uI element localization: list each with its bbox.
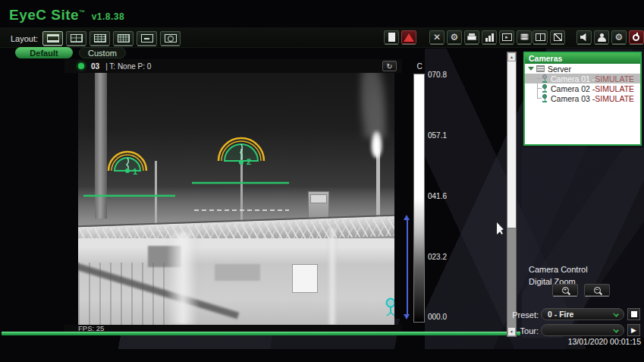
fire-detection-2: 2 (218, 138, 264, 166)
camera-name: Camera 02 - (551, 84, 595, 93)
tools-group: ✕ ⚙ ▸ (429, 30, 532, 44)
status-dot (78, 63, 84, 69)
user-button[interactable] (594, 30, 609, 44)
mouse-pointer (497, 222, 505, 235)
scale-unit-label: C (413, 62, 426, 71)
scale-tick: 070.8 (428, 71, 447, 79)
layout-buttons (42, 31, 181, 46)
camera-name: Camera 03 - (551, 94, 595, 103)
camera-number: 03 (91, 62, 99, 71)
scroll-up-icon: ▲ (510, 55, 514, 59)
scale-tick: 023.2 (428, 253, 447, 261)
tree-node-camera-02[interactable]: Camera 02 - SIMULATE (525, 83, 640, 93)
expand-triangle-icon[interactable] (528, 67, 534, 71)
print-button[interactable] (464, 30, 479, 44)
temperature-range-arrow[interactable] (404, 215, 410, 320)
app-version: v1.8.38 (92, 11, 125, 22)
detection-dot (125, 168, 130, 173)
system-group: ⚙ (576, 30, 644, 44)
layout-3x3-icon (94, 34, 106, 42)
layout-minus-button[interactable] (137, 31, 157, 46)
database-icon (520, 34, 529, 39)
video-footer (64, 325, 402, 332)
datetime-display: 13/01/2020 00:01:15 (531, 337, 641, 346)
app-title: EyeC Site (9, 7, 79, 23)
preset-dropdown[interactable]: 0 - Fire (541, 308, 624, 320)
preset-label: Preset: (507, 310, 539, 320)
layout-2x2-button[interactable] (66, 31, 86, 46)
scale-tick: 057.1 (428, 131, 447, 140)
document-icon (388, 33, 395, 42)
fire-detection-1: 1 (108, 152, 146, 176)
cyan-marker-icon (387, 299, 395, 316)
tree-node-camera-03[interactable]: Camera 03 - SIMULATE (525, 93, 640, 103)
refresh-stream-button[interactable]: ↻ (382, 61, 397, 71)
cameras-panel: Cameras Server Camera 01 - SIMULATE Came… (523, 52, 642, 146)
layout-4x4-button[interactable] (113, 31, 134, 46)
layout-1x1-icon (47, 34, 59, 42)
alarm-triangle-icon (404, 33, 414, 42)
event-log-button[interactable] (384, 30, 399, 44)
panels-button[interactable] (532, 30, 548, 44)
detection-dot (239, 160, 243, 165)
resize-button[interactable] (550, 30, 565, 44)
play-tour-button[interactable]: ▶ (627, 324, 640, 336)
statistics-button[interactable] (482, 30, 497, 44)
scroll-up-button[interactable]: ▲ (507, 52, 516, 61)
storage-button[interactable] (517, 30, 532, 44)
layout-2x2-icon (71, 34, 83, 42)
zoom-in-button[interactable]: + (552, 284, 578, 296)
alarm-button[interactable] (401, 30, 416, 44)
camera-tree: Server Camera 01 - SIMULATE Camera 02 - … (525, 64, 640, 103)
scale-tick: 000.0 (428, 313, 447, 321)
camera-name: Camera 01 - (551, 74, 595, 83)
video-header: 03 | T: None P: 0 (64, 59, 402, 73)
layout-3x3-button[interactable] (90, 31, 110, 46)
audio-button[interactable] (576, 30, 592, 44)
camera-tag: SIMULATE (595, 84, 634, 93)
temperature-colorbar (413, 74, 425, 323)
cameras-panel-title: Cameras (525, 53, 640, 64)
server-label: Server (548, 65, 571, 74)
camera-tag: SIMULATE (595, 94, 634, 103)
tab-default[interactable]: Default (15, 47, 73, 58)
thermal-video-view[interactable]: 1 2 (78, 73, 394, 325)
detection-label: 2 (247, 157, 251, 166)
play-icon: ▶ (631, 327, 636, 334)
tab-custom[interactable]: Custom (79, 47, 126, 58)
preset-value: 0 - Fire (548, 310, 573, 319)
event-group (384, 30, 416, 44)
dual-panel-icon (536, 33, 545, 41)
vertical-scrollbar[interactable]: ▲ ▼ (507, 52, 517, 337)
layout-label: Layout: (11, 34, 38, 43)
layout-minus-icon (141, 34, 153, 42)
tools-button[interactable]: ✕ (429, 30, 445, 44)
title-bar: EyeC Site™v1.8.38 (0, 0, 644, 27)
tree-node-server[interactable]: Server (525, 64, 640, 74)
layout-4x4-icon (118, 34, 130, 42)
tree-node-camera-01[interactable]: Camera 01 - SIMULATE (525, 74, 640, 83)
layout-single-button[interactable] (42, 31, 63, 46)
settings-button[interactable]: ⚙ (611, 30, 627, 44)
server-icon (536, 65, 545, 72)
power-button[interactable] (629, 30, 644, 44)
playback-button[interactable]: ▸ (499, 30, 514, 44)
scrollbar-thumb[interactable] (507, 61, 516, 228)
gear-icon: ⚙ (451, 33, 459, 42)
resize-window-icon (554, 33, 562, 41)
tour-dropdown[interactable] (541, 324, 624, 336)
detection-label: 1 (133, 167, 137, 176)
automation-button[interactable]: ⚙ (447, 30, 462, 44)
tools-icon: ✕ (433, 33, 441, 42)
stop-button[interactable] (627, 308, 640, 320)
video-info: | T: None P: 0 (105, 62, 151, 71)
camera-tag: SIMULATE (595, 74, 634, 83)
zoom-out-button[interactable]: − (584, 284, 610, 296)
progress-bar (2, 332, 520, 335)
speaker-icon (580, 33, 589, 42)
layout-sequence-button[interactable] (160, 31, 181, 46)
refresh-icon: ↻ (386, 62, 392, 71)
tour-label: Tour: (507, 326, 539, 335)
camera-icon (542, 94, 548, 102)
camera-icon (542, 74, 548, 83)
